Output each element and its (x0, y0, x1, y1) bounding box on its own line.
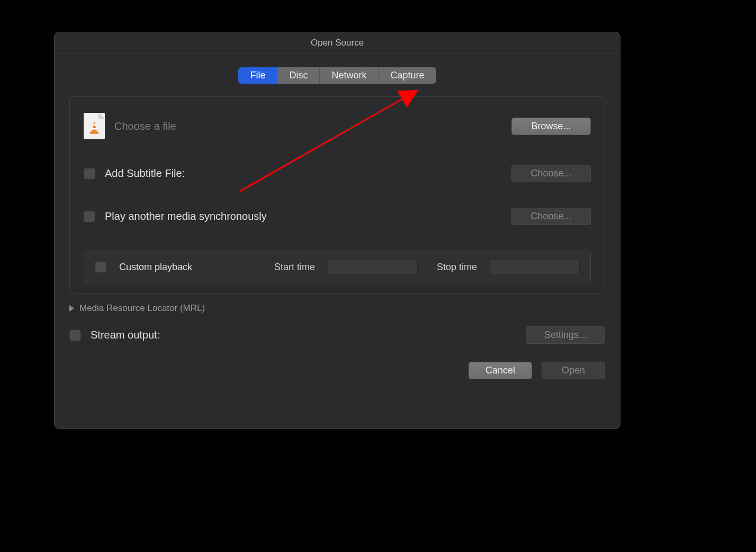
tab-file[interactable]: File (238, 67, 277, 84)
disclosure-triangle-icon (69, 305, 74, 311)
custom-playback-label: Custom playback (119, 262, 192, 273)
stop-time-input[interactable] (490, 260, 580, 274)
tab-network[interactable]: Network (320, 67, 379, 84)
svg-rect-3 (90, 132, 98, 134)
start-time-label: Start time (274, 262, 315, 273)
browse-button[interactable]: Browse... (511, 118, 591, 135)
file-path-placeholder: Choose a file (114, 120, 176, 132)
below-panel: Media Resource Locator (MRL) Stream outp… (69, 303, 605, 344)
mrl-label: Media Resource Locator (MRL) (79, 303, 205, 314)
tab-capture[interactable]: Capture (379, 67, 436, 84)
stream-settings-button[interactable]: Settings... (526, 326, 605, 344)
subtitle-choose-button[interactable]: Choose... (511, 165, 591, 182)
window-title: Open Source (55, 32, 620, 54)
stream-output-label: Stream output: (91, 329, 160, 341)
dialog-footer: Cancel Open (69, 362, 605, 379)
open-source-window: Open Source File Disc Network Capture Ch… (54, 32, 620, 429)
custom-playback-panel: Custom playback Start time Stop time (84, 251, 591, 283)
sync-media-checkbox[interactable] (84, 211, 95, 222)
tab-bar: File Disc Network Capture (55, 67, 620, 84)
file-document-icon (84, 113, 105, 139)
mrl-disclosure[interactable]: Media Resource Locator (MRL) (69, 303, 605, 314)
svg-marker-0 (92, 121, 97, 132)
sync-media-label: Play another media synchronously (105, 210, 267, 222)
cancel-button[interactable]: Cancel (469, 362, 532, 379)
start-time-input[interactable] (328, 260, 418, 274)
add-subtitle-checkbox[interactable] (84, 168, 95, 180)
stream-output-checkbox[interactable] (69, 330, 81, 341)
stop-time-label: Stop time (437, 262, 477, 273)
tab-disc[interactable]: Disc (277, 67, 320, 84)
tab-group: File Disc Network Capture (238, 67, 436, 84)
open-button[interactable]: Open (542, 362, 605, 379)
vlc-cone-icon (89, 121, 100, 135)
svg-rect-2 (92, 128, 97, 130)
file-panel: Choose a file Browse... Add Subtitle Fil… (69, 96, 605, 293)
custom-playback-checkbox[interactable] (95, 261, 106, 273)
sync-choose-button[interactable]: Choose... (511, 208, 591, 225)
add-subtitle-label: Add Subtitle File: (105, 167, 185, 180)
svg-rect-1 (93, 124, 96, 126)
